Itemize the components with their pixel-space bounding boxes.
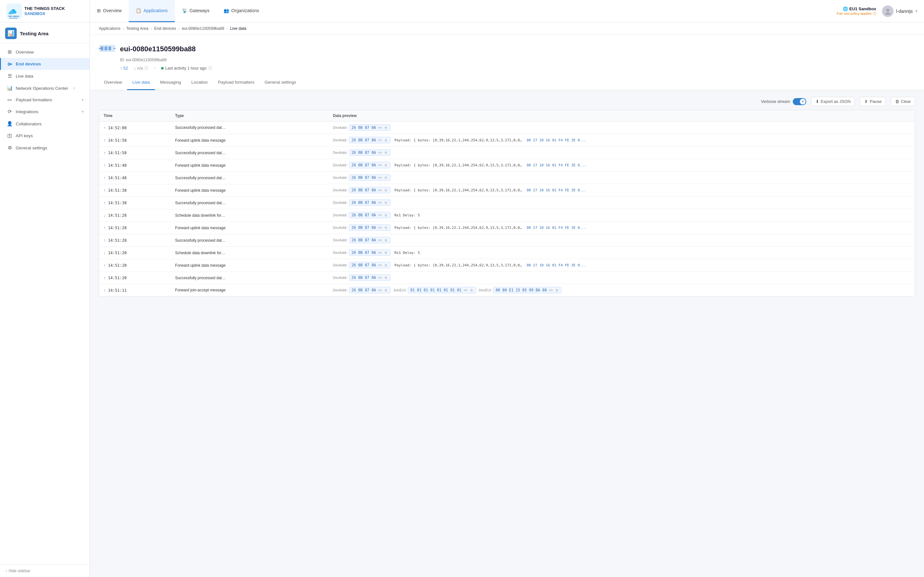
time-value: 14:51:38 bbox=[108, 188, 127, 193]
data-preview-cell: DevAddr: 26 0B 87 0A <> ⎘ bbox=[328, 171, 915, 184]
time-cell: ↑ 14:51:20 bbox=[99, 259, 171, 271]
copy-button[interactable]: ⎘ bbox=[384, 251, 388, 255]
brand-sandbox: SANDBOX bbox=[24, 11, 45, 16]
sidebar-item-end-devices[interactable]: ⌲ End devices bbox=[0, 58, 89, 70]
nav-applications[interactable]: 📋 Applications bbox=[129, 0, 175, 22]
end-devices-icon: ⌲ bbox=[7, 61, 13, 67]
tab-general-settings[interactable]: General settings bbox=[260, 75, 301, 90]
payload-text: Payload: { bytes: [0,39,16,22,1,244,254,… bbox=[394, 163, 523, 167]
external-link-icon: ↗ bbox=[73, 87, 75, 90]
sidebar-item-noc[interactable]: 📊 Network Operations Center ↗ bbox=[0, 82, 89, 94]
breadcrumb-testing-area[interactable]: Testing Area bbox=[126, 26, 149, 31]
breadcrumb-applications[interactable]: Applications bbox=[99, 26, 120, 31]
dev-eui-tag: 00 80 E1 15 05 99 BA 88 <> ⎘ bbox=[493, 287, 561, 293]
overview-icon: ⊞ bbox=[97, 8, 101, 13]
join-eui-label: JoinEUI: bbox=[393, 288, 407, 292]
deveui-code-button[interactable]: <> bbox=[548, 288, 554, 292]
table-row: ↑ 14:51:58 Successfully processed dat… D… bbox=[99, 147, 915, 159]
copy-button[interactable]: ⎘ bbox=[384, 213, 388, 218]
copy-button[interactable]: ⎘ bbox=[384, 176, 388, 180]
code-button[interactable]: <> bbox=[377, 276, 383, 280]
time-cell: ↑ 14:51:48 bbox=[99, 171, 171, 184]
copy-button[interactable]: ⎘ bbox=[384, 226, 388, 230]
tab-overview[interactable]: Overview bbox=[99, 75, 127, 90]
breadcrumb-end-devices[interactable]: End devices bbox=[154, 26, 176, 31]
stat-help-icon[interactable]: ⓘ bbox=[144, 65, 148, 71]
copy-button[interactable]: ⎘ bbox=[384, 288, 388, 292]
copy-button[interactable]: ⎘ bbox=[384, 238, 388, 242]
code-button[interactable]: <> bbox=[377, 126, 383, 130]
sidebar-footer: ‹ Hide sidebar bbox=[0, 564, 89, 577]
code-button[interactable]: <> bbox=[377, 176, 383, 180]
copy-button[interactable]: ⎘ bbox=[384, 188, 388, 192]
breadcrumb-device-id[interactable]: eui-0080e1150599ba88 bbox=[182, 26, 224, 31]
dev-addr-label: DevAddr: bbox=[333, 288, 348, 292]
tab-location[interactable]: Location bbox=[186, 75, 213, 90]
integrations-icon: ⟳ bbox=[7, 109, 13, 114]
copy-button[interactable]: ⎘ bbox=[384, 276, 388, 280]
dev-addr-tag: 26 0B 87 0A <> ⎘ bbox=[349, 212, 391, 218]
code-button[interactable]: <> bbox=[377, 188, 383, 192]
clear-button[interactable]: 🗑 Clear bbox=[891, 97, 915, 106]
dev-addr-label: DevAddr: bbox=[333, 126, 348, 129]
tab-messaging[interactable]: Messaging bbox=[155, 75, 186, 90]
deveui-copy-button[interactable]: ⎘ bbox=[555, 288, 559, 292]
code-button[interactable]: <> bbox=[377, 238, 383, 242]
user-menu[interactable]: l-dannijs ▾ bbox=[882, 5, 918, 17]
export-json-button[interactable]: ⬇ Export as JSON bbox=[811, 97, 855, 106]
code-button[interactable]: <> bbox=[377, 288, 383, 292]
type-cell: Successfully processed dat… bbox=[171, 121, 328, 134]
nav-gateways[interactable]: 📡 Gateways bbox=[175, 0, 216, 22]
copy-button[interactable]: ⎘ bbox=[384, 126, 388, 130]
user-chevron-icon: ▾ bbox=[915, 9, 918, 13]
table-row: ↑ 14:52:08 Successfully processed dat… D… bbox=[99, 121, 915, 134]
tab-live-data[interactable]: Live data bbox=[127, 75, 155, 90]
sidebar-item-general-settings[interactable]: ⚙ General settings bbox=[0, 142, 89, 154]
code-button[interactable]: <> bbox=[377, 163, 383, 167]
copy-button[interactable]: ⎘ bbox=[384, 163, 388, 167]
hex-text: 00 27 10 16 01 F4 FE 3E 0... bbox=[527, 226, 586, 230]
code-button[interactable]: <> bbox=[377, 151, 383, 155]
payload-text: Payload: { bytes: [0,39,16,22,1,244,254,… bbox=[394, 188, 523, 192]
dev-addr-tag: 26 0B 87 0A <> ⎘ bbox=[349, 187, 391, 193]
pause-button[interactable]: ⏸ Pause bbox=[860, 97, 886, 106]
copy-button[interactable]: ⎘ bbox=[384, 263, 388, 268]
dev-addr-tag: 26 0B 87 0A <> ⎘ bbox=[349, 274, 391, 281]
nav-overview[interactable]: ⊞ Overview bbox=[90, 0, 129, 22]
arrow-down-icon: ↓ bbox=[103, 213, 106, 218]
nav-organizations[interactable]: 👥 Organizations bbox=[216, 0, 266, 22]
type-cell: Forward uplink data message bbox=[171, 134, 328, 147]
dev-addr-label: DevAddr: bbox=[333, 138, 348, 142]
activity-status: Last activity 1 hour ago ⓘ bbox=[161, 65, 212, 71]
code-button[interactable]: <> bbox=[377, 226, 383, 230]
code-button[interactable]: <> bbox=[377, 213, 383, 218]
verbose-toggle-switch[interactable]: ✕ bbox=[793, 98, 806, 105]
hex-text: 00 27 10 16 01 F4 FE 3E 0... bbox=[527, 263, 586, 268]
code-button[interactable]: <> bbox=[377, 263, 383, 268]
sidebar-item-payload-formatters[interactable]: <> Payload formatters ▾ bbox=[0, 94, 89, 105]
sidebar-item-live-data[interactable]: ☰ Live data bbox=[0, 70, 89, 82]
code-button[interactable]: <> bbox=[377, 138, 383, 142]
copy-button[interactable]: ⎘ bbox=[384, 201, 388, 205]
time-cell: ↑ 14:51:11 bbox=[99, 284, 171, 296]
dev-addr-label: DevAddr: bbox=[333, 238, 348, 242]
code-button[interactable]: <> bbox=[377, 201, 383, 205]
tab-payload-formatters[interactable]: Payload formatters bbox=[213, 75, 259, 90]
region-name: 🌐 EU1 Sandbox bbox=[843, 6, 876, 11]
dev-addr-label: DevAddr: bbox=[333, 251, 348, 255]
expand-icon: ▾ bbox=[82, 98, 84, 102]
fair-use-link[interactable]: Fair use policy applies ⓘ bbox=[837, 11, 876, 16]
sidebar-item-api-keys[interactable]: ⚿ API keys bbox=[0, 130, 89, 142]
copy-button[interactable]: ⎘ bbox=[384, 138, 388, 142]
sidebar-item-overview[interactable]: ⊞ Overview bbox=[0, 46, 89, 58]
join-copy-button[interactable]: ⎘ bbox=[470, 288, 473, 292]
sidebar-item-integrations[interactable]: ⟳ Integrations ▾ bbox=[0, 105, 89, 118]
sidebar-item-collaborators[interactable]: 👤 Collaborators bbox=[0, 118, 89, 130]
join-code-button[interactable]: <> bbox=[463, 288, 468, 292]
activity-help-icon[interactable]: ⓘ bbox=[208, 65, 212, 71]
copy-button[interactable]: ⎘ bbox=[384, 151, 388, 155]
code-button[interactable]: <> bbox=[377, 251, 383, 255]
hide-sidebar-button[interactable]: ‹ Hide sidebar bbox=[6, 569, 84, 573]
brand-name: THE THINGS STACK bbox=[24, 6, 65, 11]
sidebar-nav: ⊞ Overview ⌲ End devices ☰ Live data 📊 N… bbox=[0, 43, 89, 564]
